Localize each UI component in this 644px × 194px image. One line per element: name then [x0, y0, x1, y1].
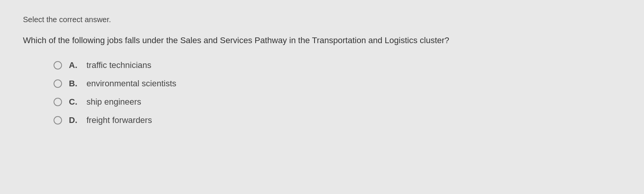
- option-b[interactable]: B.environmental scientists: [54, 79, 621, 89]
- question-text: Which of the following jobs falls under …: [23, 35, 621, 47]
- option-d[interactable]: D.freight forwarders: [54, 115, 621, 125]
- option-text-a: traffic technicians: [86, 60, 152, 70]
- option-a[interactable]: A.traffic technicians: [54, 60, 621, 70]
- option-text-c: ship engineers: [86, 97, 141, 107]
- instruction-text: Select the correct answer.: [23, 15, 621, 24]
- radio-a[interactable]: [54, 61, 62, 70]
- option-text-b: environmental scientists: [86, 79, 176, 89]
- main-container: Select the correct answer. Which of the …: [0, 0, 644, 141]
- option-c[interactable]: C.ship engineers: [54, 97, 621, 107]
- option-letter-c: C.: [69, 97, 80, 107]
- radio-c[interactable]: [54, 98, 62, 106]
- option-letter-d: D.: [69, 115, 80, 125]
- option-letter-a: A.: [69, 60, 80, 70]
- option-text-d: freight forwarders: [86, 115, 152, 125]
- radio-b[interactable]: [54, 79, 62, 88]
- options-list: A.traffic techniciansB.environmental sci…: [23, 60, 621, 125]
- option-letter-b: B.: [69, 79, 80, 89]
- radio-d[interactable]: [54, 116, 62, 124]
